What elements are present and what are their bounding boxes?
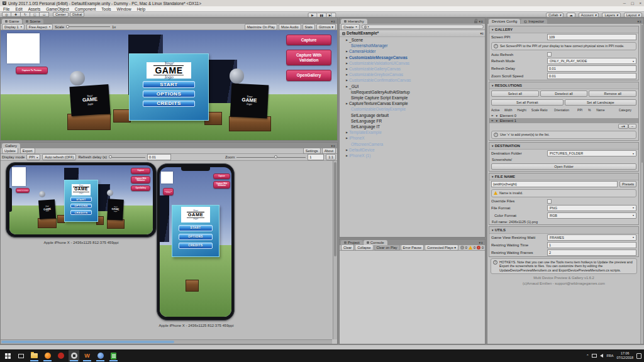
screen-ppi-field[interactable]: 109: [547, 34, 636, 40]
maximize-button[interactable]: ☐: [631, 1, 634, 6]
hierarchy-item[interactable]: CustomizableOverlayExample: [340, 106, 485, 112]
capture-with-validation-button[interactable]: Capture With Validation: [286, 50, 332, 65]
remove-all-button[interactable]: Remove all: [589, 90, 636, 97]
preview-iphonex-landscape[interactable]: YourGAMElogo YourGAMElogo YourGAMElogo S…: [6, 162, 157, 238]
section-gallery-header[interactable]: GALLERY: [489, 26, 638, 33]
add-preset-button[interactable]: +▾: [618, 124, 628, 129]
layout-dropdown[interactable]: Layout▾: [624, 13, 642, 18]
panel-menu-icon[interactable]: ▾≡: [638, 19, 642, 23]
one-to-one-button[interactable]: 1:1: [326, 154, 336, 160]
resizing-frames-field[interactable]: 2: [547, 250, 636, 256]
tab-gallery[interactable]: Gallery: [2, 143, 20, 148]
hierarchy-item[interactable]: SetLanguage default: [340, 112, 485, 118]
firefox-icon[interactable]: [42, 350, 53, 361]
stats-button[interactable]: Stats: [303, 24, 316, 30]
about-button[interactable]: About: [322, 148, 336, 154]
auto-refresh-toggle[interactable]: Auto refresh (OFF): [42, 154, 76, 160]
error-pause-button[interactable]: Error Pause: [401, 244, 424, 251]
panel-menu-icon[interactable]: ▾≡: [331, 19, 336, 23]
account-dropdown[interactable]: Account▾: [579, 13, 599, 18]
resolution-row-selected[interactable]: =▼Element 1: [489, 118, 638, 123]
drag-handle-icon[interactable]: =: [491, 114, 493, 118]
hierarchy-item[interactable]: CustomizableMessageCanvas: [340, 55, 485, 60]
app-green-doc-icon[interactable]: [108, 350, 119, 361]
warning-count-icon[interactable]: [469, 246, 472, 250]
scene-root-row[interactable]: DefaultExample* ▾≡: [340, 30, 485, 37]
tab-hierarchy[interactable]: Hierarchy: [341, 19, 367, 24]
preview-iphonex-portrait[interactable]: YourGAMElogo START OPTIONS CREDITS Captu…: [157, 163, 235, 321]
hierarchy-item[interactable]: OffscreenCamera: [340, 141, 485, 147]
file-explorer-icon[interactable]: [29, 350, 40, 361]
hierarchy-item[interactable]: CameraHolder: [340, 48, 485, 54]
pivot-toggle[interactable]: Center: [53, 12, 69, 17]
aspect-dropdown[interactable]: Free Aspect▾: [26, 24, 53, 30]
network-icon[interactable]: [592, 354, 597, 358]
collapse-button[interactable]: Collapse: [355, 244, 373, 251]
start-button[interactable]: START: [143, 81, 194, 88]
task-view-button[interactable]: [16, 350, 26, 361]
layers-dropdown[interactable]: Layers▾: [602, 13, 620, 18]
set-all-landscape-button[interactable]: Set all Landscape: [565, 99, 637, 106]
app-w-icon[interactable]: W: [82, 350, 92, 361]
hierarchy-item[interactable]: SetLanguage IT: [340, 124, 485, 129]
pause-button[interactable]: ▮▮: [318, 13, 327, 18]
export-button[interactable]: Export: [20, 148, 35, 154]
cloud-icon[interactable]: ☁: [567, 13, 575, 18]
file-format-dropdown[interactable]: PNG▾: [547, 205, 636, 211]
menu-file[interactable]: File: [3, 7, 9, 11]
resizing-wait-dropdown[interactable]: FRAMES▾: [547, 234, 636, 241]
hierarchy-item[interactable]: _GUI: [340, 84, 485, 89]
destination-folder-dropdown[interactable]: PICTURES_FOLDER▾: [547, 150, 636, 156]
color-format-dropdown[interactable]: RGB▾: [547, 212, 636, 219]
tab-project[interactable]: Project: [341, 240, 363, 245]
tab-scene[interactable]: Scene: [23, 19, 43, 24]
create-dropdown[interactable]: Create▾: [341, 24, 360, 30]
rect-tool-icon[interactable]: ▭: [40, 12, 49, 17]
start-button[interactable]: [3, 350, 13, 361]
clock[interactable]: 17:0607/12/2018: [616, 351, 633, 360]
panel-menu-icon[interactable]: ▾≡: [479, 19, 484, 23]
minimize-button[interactable]: ─: [623, 1, 626, 6]
open-folder-button[interactable]: Open Folder: [491, 163, 636, 170]
menu-edit[interactable]: Edit: [15, 7, 22, 11]
play-button[interactable]: ▶: [308, 13, 318, 18]
close-button[interactable]: ×: [639, 1, 641, 6]
space-toggle[interactable]: Global: [70, 12, 85, 17]
zoom-field[interactable]: 1: [308, 154, 324, 160]
hierarchy-item[interactable]: CustomizableGalleryCanvas: [340, 66, 485, 72]
capture-button[interactable]: Capture: [286, 35, 332, 45]
gallery-vertical-scrollbar[interactable]: [333, 161, 337, 339]
hierarchy-item[interactable]: CustomizableValidationUICanvas: [340, 60, 485, 66]
hierarchy-item[interactable]: iosRequestGalleryAuthAtStartup: [340, 89, 485, 95]
set-all-portrait-button[interactable]: Set all Portrait: [491, 99, 564, 106]
menu-assets[interactable]: Assets: [28, 7, 41, 11]
refresh-delay-field[interactable]: 0.01: [547, 65, 636, 72]
menu-gameobject[interactable]: GameObject: [46, 7, 69, 11]
section-resolutions-header[interactable]: RESOLUTIONS: [489, 82, 638, 89]
error-count-icon[interactable]: !: [477, 246, 480, 250]
browser-red-icon[interactable]: [55, 350, 66, 361]
hierarchy-item[interactable]: TemplateExample: [340, 129, 485, 135]
credits-button[interactable]: CREDITS: [143, 101, 194, 107]
hierarchy-item[interactable]: SetLanguage FR: [340, 118, 485, 124]
tab-devices-config[interactable]: Devices Config: [489, 19, 520, 24]
gallery-horizontal-scrollbar[interactable]: [1, 339, 332, 344]
lock-icon[interactable]: [474, 21, 477, 23]
panel-menu-icon[interactable]: ▾≡: [331, 144, 336, 148]
override-files-checkbox[interactable]: [547, 199, 552, 204]
clear-button[interactable]: Clear: [341, 244, 354, 251]
tab-console[interactable]: Console: [364, 240, 387, 245]
zoom-slider[interactable]: [236, 157, 306, 158]
tray-expand-icon[interactable]: ⌃: [586, 354, 589, 358]
language-indicator[interactable]: FRA: [606, 354, 613, 358]
scale-slider[interactable]: [66, 26, 110, 27]
options-button[interactable]: OPTIONS: [143, 90, 194, 97]
volume-icon[interactable]: [600, 354, 603, 358]
menu-help[interactable]: Help: [137, 7, 145, 11]
menu-tools[interactable]: Tools: [101, 7, 111, 11]
pan-tool-icon[interactable]: ◎: [2, 12, 11, 17]
auto-refresh-checkbox[interactable]: [547, 52, 552, 57]
refresh-delay-slider[interactable]: [109, 157, 145, 158]
refresh-mode-dropdown[interactable]: ONLY_IN_PLAY_MODE▾: [547, 58, 636, 64]
file-name-field[interactable]: {width}x{height}: [491, 181, 618, 187]
